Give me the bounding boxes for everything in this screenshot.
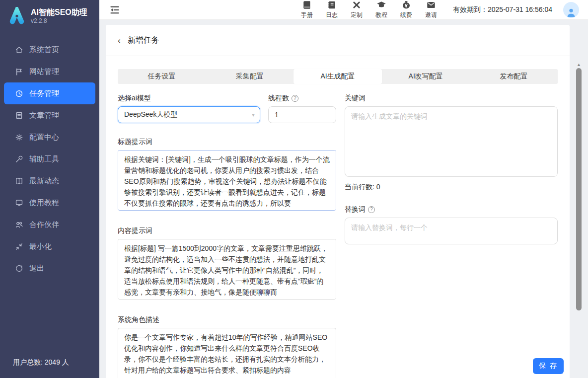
home-icon	[15, 46, 23, 54]
replace-words-label: 替换词	[345, 205, 366, 214]
envelope-icon	[426, 0, 436, 10]
replace-words-group: 替换词 ?	[345, 205, 558, 246]
line-count: 当前行数: 0	[345, 183, 558, 192]
scroll-up-arrow[interactable]: ▲	[576, 62, 582, 67]
title-prompt-textarea[interactable]: 根据关键词：[关键词]，生成一个吸引眼球的文章标题，作为一个流量营销和标题优化的…	[118, 150, 336, 211]
header-action-invite[interactable]: 邀请	[423, 0, 439, 19]
content-area: ‹ 新增任务 任务设置 采集配置 AI生成配置 AI改写配置 发布配置 选择ai…	[99, 20, 588, 378]
sidebar-item-label: 使用教程	[29, 198, 59, 208]
log-notebook-icon	[327, 0, 337, 10]
open-book-icon	[15, 177, 23, 185]
config-tabs: 任务设置 采集配置 AI生成配置 AI改写配置 发布配置	[118, 69, 558, 84]
header-action-label: 续费	[400, 11, 412, 19]
ai-generate-form: 选择ai模型 DeepSeek大模型 ▾ 线程数 ?	[106, 84, 570, 378]
logout-icon	[15, 264, 23, 273]
replace-words-textarea[interactable]	[345, 218, 558, 244]
user-total: 用户总数: 2049 人	[0, 358, 99, 378]
expiry-value: 2025-07-31 16:56:04	[488, 5, 552, 13]
system-role-textarea[interactable]: 你是一个文章写作专家，有着超过10年的写作经验，精通网站SEO优化和内容创作，你…	[118, 328, 336, 378]
pencil-ruler-icon	[352, 0, 362, 10]
header-action-label: 定制	[351, 11, 363, 19]
people-icon	[15, 221, 23, 229]
sidebar-item-minimize[interactable]: 最小化	[4, 235, 95, 257]
model-select-value: DeepSeek大模型	[124, 110, 252, 119]
graduation-cap-icon	[376, 0, 386, 10]
save-button[interactable]: 保 存	[533, 358, 564, 374]
header-action-manual[interactable]: 手册	[299, 0, 315, 19]
sidebar-item-tasks[interactable]: 任务管理	[4, 82, 95, 104]
sidebar-item-articles[interactable]: 文章管理	[4, 104, 95, 126]
sidebar-item-news[interactable]: 最新动态	[4, 170, 95, 192]
sidebar-item-label: 最小化	[29, 242, 52, 251]
page-scrollbar[interactable]: ▲ ▼	[576, 62, 582, 378]
sidebar-item-label: 配置中心	[29, 133, 59, 142]
money-pouch-icon	[401, 0, 411, 10]
header-action-renew[interactable]: 续费	[398, 0, 414, 19]
sidebar-item-tutorials[interactable]: 使用教程	[4, 192, 95, 214]
threads-input[interactable]	[268, 106, 336, 123]
sidebar-item-logout[interactable]: 退出	[4, 257, 95, 279]
header-action-label: 日志	[326, 11, 338, 19]
sidebar-nav: 系统首页 网站管理 任务管理 文章管理 配置中心 辅助工具 最新动态 使用教程	[0, 39, 99, 358]
keywords-label: 关键词	[345, 93, 558, 103]
page-title: 新增任务	[128, 35, 159, 46]
help-icon[interactable]: ?	[292, 95, 298, 102]
header-action-label: 邀请	[425, 11, 437, 19]
model-select[interactable]: DeepSeek大模型 ▾	[118, 106, 260, 123]
header-action-course[interactable]: 教程	[373, 0, 389, 19]
keywords-textarea[interactable]	[345, 106, 558, 177]
sidebar-item-label: 网站管理	[29, 67, 59, 76]
sidebar-item-websites[interactable]: 网站管理	[4, 61, 95, 82]
title-prompt-label: 标题提示词	[118, 137, 336, 147]
document-icon	[15, 111, 23, 120]
wrench-icon	[15, 155, 23, 163]
user-avatar[interactable]	[563, 2, 579, 18]
system-role-group: 系统角色描述 你是一个文章写作专家，有着超过10年的写作经验，精通网站SEO优化…	[118, 315, 336, 378]
sidebar: AI智能SEO助理 v2.2.8 系统首页 网站管理 任务管理 文章管理 配置中…	[0, 0, 99, 378]
model-label: 选择ai模型	[118, 93, 260, 103]
website-flag-icon	[15, 68, 23, 76]
header-action-label: 教程	[375, 11, 387, 19]
sidebar-collapse-icon[interactable]	[109, 4, 120, 15]
content-prompt-group: 内容提示词 根据[标题] 写一篇1500到2000字的文章，文章需要注重思维跳跃…	[118, 226, 336, 301]
content-prompt-textarea[interactable]: 根据[标题] 写一篇1500到2000字的文章，文章需要注重思维跳跃，避免过度的…	[118, 239, 336, 300]
manual-book-icon	[302, 0, 312, 10]
sidebar-item-tools[interactable]: 辅助工具	[4, 148, 95, 170]
top-header: 手册 日志 定制 教程	[99, 0, 588, 20]
back-button[interactable]: ‹	[118, 36, 121, 45]
main-area: 手册 日志 定制 教程	[99, 0, 588, 378]
sidebar-item-label: 系统首页	[29, 45, 59, 55]
header-action-customize[interactable]: 定制	[349, 0, 365, 19]
new-task-card: ‹ 新增任务 任务设置 采集配置 AI生成配置 AI改写配置 发布配置 选择ai…	[106, 25, 570, 378]
tab-ai-rewrite-config[interactable]: AI改写配置	[382, 69, 470, 84]
chevron-down-icon: ▾	[252, 111, 255, 118]
tab-publish-config[interactable]: 发布配置	[470, 69, 558, 84]
sidebar-item-home[interactable]: 系统首页	[4, 39, 95, 61]
sidebar-item-label: 辅助工具	[29, 154, 59, 164]
scrollbar-thumb[interactable]	[576, 68, 582, 310]
expiry-label: 有效期到：	[453, 5, 488, 13]
sidebar-item-label: 文章管理	[29, 111, 59, 120]
person-icon	[566, 7, 577, 18]
clock-icon	[15, 89, 23, 98]
monitor-icon	[15, 199, 23, 207]
sidebar-item-partners[interactable]: 合作伙伴	[4, 214, 95, 235]
sidebar-item-config[interactable]: 配置中心	[4, 126, 95, 148]
tab-collect-config[interactable]: 采集配置	[206, 69, 294, 84]
app-logo: AI智能SEO助理 v2.2.8	[0, 0, 99, 30]
help-icon[interactable]: ?	[368, 206, 375, 213]
model-field: 选择ai模型 DeepSeek大模型 ▾	[118, 93, 260, 123]
page-title-row: ‹ 新增任务	[106, 25, 570, 56]
sidebar-item-label: 退出	[29, 264, 44, 273]
minimize-arrows-icon	[15, 242, 23, 251]
header-action-label: 手册	[301, 11, 313, 19]
title-prompt-group: 标题提示词 根据关键词：[关键词]，生成一个吸引眼球的文章标题，作为一个流量营销…	[118, 137, 336, 212]
header-action-logs[interactable]: 日志	[324, 0, 340, 19]
sidebar-item-label: 合作伙伴	[29, 220, 59, 229]
expiry-info: 有效期到：2025-07-31 16:56:04	[453, 5, 552, 14]
logo-icon	[8, 7, 26, 25]
keywords-group: 关键词 当前行数: 0	[345, 93, 558, 192]
app-version: v2.2.8	[31, 17, 87, 25]
tab-ai-generate-config[interactable]: AI生成配置	[294, 69, 381, 84]
tab-task-settings[interactable]: 任务设置	[118, 69, 206, 84]
